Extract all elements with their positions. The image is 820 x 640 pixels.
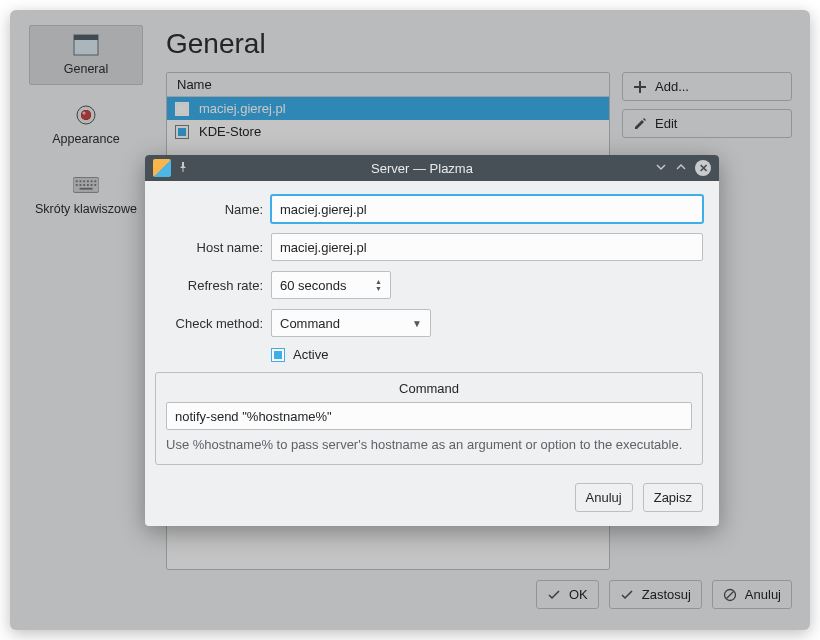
cancel-icon bbox=[723, 588, 737, 602]
dialog-cancel-label: Anuluj bbox=[586, 490, 622, 505]
sidebar-item-general[interactable]: General bbox=[29, 25, 143, 85]
svg-rect-12 bbox=[94, 180, 96, 182]
active-checkbox[interactable] bbox=[271, 348, 285, 362]
svg-rect-19 bbox=[80, 188, 93, 190]
app-icon bbox=[153, 159, 171, 177]
svg-rect-14 bbox=[80, 184, 82, 186]
svg-point-4 bbox=[81, 110, 91, 120]
refresh-rate-spinbox[interactable]: 60 seconds ▲▼ bbox=[271, 271, 391, 299]
plus-icon bbox=[633, 80, 647, 94]
svg-rect-16 bbox=[87, 184, 89, 186]
row-label: maciej.gierej.pl bbox=[199, 101, 286, 116]
list-row[interactable]: KDE-Store bbox=[167, 120, 609, 143]
command-legend: Command bbox=[166, 381, 692, 396]
dialog-titlebar[interactable]: Server — Plazma ✕ bbox=[145, 155, 719, 181]
server-edit-dialog: Server — Plazma ✕ Name: Host name: Refre… bbox=[145, 155, 719, 526]
close-icon[interactable]: ✕ bbox=[695, 160, 711, 176]
svg-rect-15 bbox=[83, 184, 85, 186]
ok-button[interactable]: OK bbox=[536, 580, 599, 609]
check-icon bbox=[547, 588, 561, 602]
page-title: General bbox=[166, 28, 792, 60]
apply-button-label: Zastosuj bbox=[642, 587, 691, 602]
check-method-value: Command bbox=[280, 316, 340, 331]
svg-rect-8 bbox=[80, 180, 82, 182]
sidebar-item-appearance[interactable]: Appearance bbox=[30, 96, 142, 154]
command-fieldset: Command Use %hostname% to pass server's … bbox=[155, 372, 703, 465]
ok-button-label: OK bbox=[569, 587, 588, 602]
svg-rect-9 bbox=[83, 180, 85, 182]
list-action-buttons: Add... Edit bbox=[622, 72, 792, 138]
add-button-label: Add... bbox=[655, 79, 689, 94]
check-method-select[interactable]: Command ▼ bbox=[271, 309, 431, 337]
svg-rect-1 bbox=[74, 35, 98, 40]
appearance-icon bbox=[73, 104, 99, 126]
dialog-save-label: Zapisz bbox=[654, 490, 692, 505]
method-label: Check method: bbox=[155, 316, 267, 331]
window-icon bbox=[73, 34, 99, 56]
maximize-icon[interactable] bbox=[675, 161, 687, 176]
add-button[interactable]: Add... bbox=[622, 72, 792, 101]
svg-line-21 bbox=[726, 591, 733, 598]
chevron-down-icon: ▼ bbox=[412, 318, 422, 329]
svg-rect-11 bbox=[91, 180, 93, 182]
dialog-title: Server — Plazma bbox=[189, 161, 655, 176]
command-hint: Use %hostname% to pass server's hostname… bbox=[166, 436, 692, 454]
sidebar-item-label: Appearance bbox=[52, 132, 119, 146]
hostname-input[interactable] bbox=[271, 233, 703, 261]
name-input[interactable] bbox=[271, 195, 703, 223]
server-form: Name: Host name: Refresh rate: 60 second… bbox=[155, 195, 703, 362]
row-label: KDE-Store bbox=[199, 124, 261, 139]
pin-icon[interactable] bbox=[177, 161, 189, 176]
pencil-icon bbox=[633, 117, 647, 131]
list-row[interactable]: maciej.gierej.pl bbox=[167, 97, 609, 120]
cancel-button[interactable]: Anuluj bbox=[712, 580, 792, 609]
apply-button[interactable]: Zastosuj bbox=[609, 580, 702, 609]
svg-rect-13 bbox=[76, 184, 78, 186]
list-header-name: Name bbox=[167, 73, 609, 97]
dialog-button-bar: Anuluj Zapisz bbox=[145, 479, 719, 526]
edit-button-label: Edit bbox=[655, 116, 677, 131]
check-icon bbox=[620, 588, 634, 602]
row-checkbox[interactable] bbox=[175, 102, 189, 116]
sidebar-item-label: General bbox=[64, 62, 108, 76]
name-label: Name: bbox=[155, 202, 267, 217]
refresh-rate-value: 60 seconds bbox=[280, 278, 347, 293]
spinbox-arrows-icon[interactable]: ▲▼ bbox=[375, 278, 382, 292]
svg-point-5 bbox=[83, 112, 86, 115]
row-checkbox[interactable] bbox=[175, 125, 189, 139]
sidebar-item-label: Skróty klawiszowe bbox=[35, 202, 137, 216]
dialog-cancel-button[interactable]: Anuluj bbox=[575, 483, 633, 512]
sidebar-item-shortcuts[interactable]: Skróty klawiszowe bbox=[30, 166, 142, 224]
cancel-button-label: Anuluj bbox=[745, 587, 781, 602]
svg-rect-17 bbox=[91, 184, 93, 186]
category-sidebar: General Appearance Skróty klawiszowe bbox=[10, 10, 162, 630]
dialog-save-button[interactable]: Zapisz bbox=[643, 483, 703, 512]
command-input[interactable] bbox=[166, 402, 692, 430]
minimize-icon[interactable] bbox=[655, 161, 667, 176]
svg-rect-7 bbox=[76, 180, 78, 182]
hostname-label: Host name: bbox=[155, 240, 267, 255]
bottom-button-bar: OK Zastosuj Anuluj bbox=[166, 570, 792, 615]
svg-rect-18 bbox=[94, 184, 96, 186]
keyboard-icon bbox=[73, 174, 99, 196]
svg-rect-10 bbox=[87, 180, 89, 182]
edit-button[interactable]: Edit bbox=[622, 109, 792, 138]
active-label: Active bbox=[293, 347, 328, 362]
dialog-body: Name: Host name: Refresh rate: 60 second… bbox=[145, 181, 719, 479]
refresh-label: Refresh rate: bbox=[155, 278, 267, 293]
